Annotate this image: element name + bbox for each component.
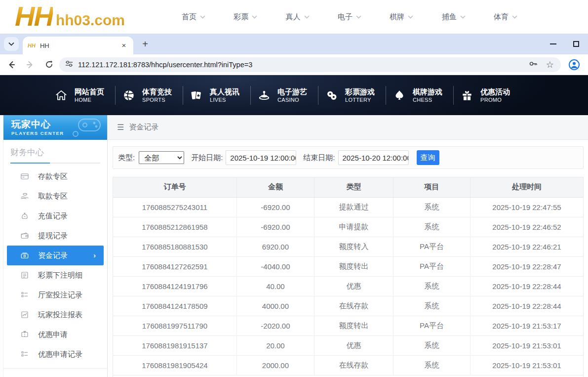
browser-tab[interactable]: HH HH ×	[23, 37, 133, 54]
game-nav-subtitle: SPORTS	[142, 96, 172, 103]
sidebar-item[interactable]: 提现记录 ›	[3, 226, 107, 246]
reload-button[interactable]	[41, 57, 56, 72]
url-text[interactable]: 112.121.172.181:8783/hhcp/usercenter.htm…	[78, 61, 528, 69]
table-row[interactable]: 1760884124178509 4000.00 在线存款 系统 2025-10…	[113, 296, 583, 316]
chevron-right-icon: ›	[93, 251, 96, 259]
chevron-down-icon	[252, 15, 257, 19]
cell-amount: 4000.00	[236, 296, 314, 316]
type-select[interactable]: 全部	[139, 151, 184, 164]
menu-hamburger-icon[interactable]: ☰	[117, 123, 124, 132]
cell-order-id: 1760885275243011	[113, 197, 236, 217]
sidebar-item[interactable]: 取款专区 ›	[3, 186, 107, 206]
game-nav-title: 棋牌游戏	[413, 87, 442, 96]
sidebar-item-label: 提现记录	[38, 231, 68, 241]
table-header-cell: 金额	[236, 177, 314, 197]
game-nav-item[interactable]: 优惠活动 PROMO	[453, 84, 521, 107]
page-body: 玩家中心 PLAYERS CENTER 财务中心 存款专区 ›	[0, 115, 588, 377]
sidebar-item[interactable]: 彩票下注明细 ›	[3, 265, 107, 285]
top-nav-label: 棋牌	[390, 12, 404, 22]
breadcrumb: ☰ 资金记录	[108, 115, 588, 140]
top-nav-label: 电子	[338, 12, 353, 22]
tab-close-icon[interactable]: ×	[119, 41, 128, 50]
game-nav-item[interactable]: 彩票游戏 LOTTERY	[318, 84, 386, 107]
sidebar-item[interactable]: 厅室投注记录 ›	[3, 285, 107, 305]
table-row[interactable]: 1760885212861958 -6920.00 申请提款 系统 2025-1…	[113, 217, 583, 237]
filter-panel: 类型: 全部 开始日期: 结束日期: 查询	[113, 146, 584, 169]
tab-search-button[interactable]	[4, 37, 19, 51]
top-nav-item[interactable]: 首页	[182, 12, 205, 22]
top-nav-label: 首页	[182, 12, 196, 22]
cell-order-id: 1760884127262591	[113, 256, 236, 276]
cell-amount: -2020.00	[236, 316, 314, 335]
game-nav-item[interactable]: ♣ 真人视讯 LIVES	[183, 84, 250, 107]
cell-type: 申请提款	[314, 217, 393, 237]
start-date-label: 开始日期:	[191, 153, 223, 163]
table-row[interactable]: 1760884127262591 -4040.00 额度转出 PA平台 2025…	[113, 256, 583, 276]
cell-order-id: 1760881981915137	[113, 335, 236, 355]
end-date-input[interactable]	[338, 150, 409, 165]
top-nav-item[interactable]: 棋牌	[390, 12, 413, 22]
game-nav-title: 体育竞技	[142, 87, 172, 96]
cell-project: PA平台	[393, 237, 470, 256]
sidebar-item[interactable]: 优惠申请 ›	[3, 325, 107, 344]
cell-amount: -4040.00	[236, 256, 314, 276]
cell-order-id: 1760884124191796	[113, 276, 236, 296]
cell-amount: -6920.00	[236, 217, 314, 237]
cell-datetime: 2025-10-19 22:47:55	[470, 197, 584, 217]
omnibox-actions: ☆	[528, 59, 554, 71]
game-nav-subtitle: LOTTERY	[345, 96, 375, 103]
top-nav-item[interactable]: 捕鱼	[442, 12, 466, 22]
table-row[interactable]: 1760881981905424 2000.00 在线存款 系统 2025-10…	[113, 355, 583, 375]
new-tab-button[interactable]: +	[139, 39, 151, 50]
players-center-header: 玩家中心 PLAYERS CENTER	[3, 115, 107, 140]
game-nav-item[interactable]: 棋牌游戏 CHESS	[386, 84, 453, 107]
game-nav-item[interactable]: 网站首页 HOME	[47, 84, 115, 107]
back-button[interactable]	[4, 57, 19, 72]
top-nav-item[interactable]: 彩票	[234, 12, 257, 22]
chevron-down-icon	[512, 15, 517, 19]
table-row[interactable]: 1760884124191796 40.00 优惠 系统 2025-10-19 …	[113, 276, 583, 296]
table-row[interactable]: 1760885275243011 -6920.00 提款通过 系统 2025-1…	[113, 197, 583, 217]
address-bar[interactable]: 112.121.172.181:8783/hhcp/usercenter.htm…	[59, 57, 561, 72]
section-divider	[10, 163, 100, 164]
forward-button[interactable]	[23, 57, 38, 72]
sidebar-item[interactable]: 资金记录 ›	[7, 246, 104, 265]
table-row[interactable]: 1760881997511790 -2020.00 额度转出 PA平台 2025…	[113, 316, 583, 335]
gamepad-decoration-icon	[72, 116, 103, 140]
cell-project: 系统	[393, 335, 470, 355]
game-nav-item[interactable]: 体育竞技 SPORTS	[115, 84, 183, 107]
sidebar-item[interactable]: 玩家投注报表 ›	[3, 305, 107, 325]
spade-icon	[392, 88, 406, 102]
cards-icon: ♣	[190, 88, 203, 102]
browser-profile-avatar[interactable]	[568, 59, 580, 73]
site-info-icon[interactable]	[65, 60, 73, 70]
table-row[interactable]: 1760885180881530 6920.00 额度转入 PA平台 2025-…	[113, 237, 583, 256]
records-table: 订单号金额类型项目处理时间 1760885275243011 -6920.00 …	[113, 177, 583, 376]
cell-amount: 2000.00	[236, 355, 314, 375]
sidebar-item-label: 取款专区	[38, 192, 68, 201]
chevron-down-icon	[304, 15, 310, 19]
cell-type: 在线存款	[314, 296, 393, 316]
sidebar-item[interactable]: 存款专区 ›	[3, 167, 107, 186]
cell-amount: 40.00	[236, 276, 314, 296]
moneybag-icon	[20, 211, 29, 220]
window-maximize-button[interactable]	[573, 41, 579, 47]
top-nav-item[interactable]: 体育	[494, 12, 517, 22]
game-nav-title: 真人视讯	[210, 87, 239, 96]
top-nav-label: 体育	[494, 12, 509, 22]
window-minimize-button[interactable]	[550, 43, 556, 44]
start-date-input[interactable]	[226, 150, 296, 165]
top-nav-item[interactable]: 电子	[338, 12, 361, 22]
sidebar-item[interactable]: 优惠申请记录 ›	[3, 344, 107, 364]
query-button[interactable]: 查询	[417, 150, 439, 165]
wallet-icon	[20, 231, 29, 240]
top-nav-item[interactable]: 真人	[286, 12, 310, 22]
cell-amount: 6920.00	[236, 237, 314, 256]
password-key-icon[interactable]	[528, 59, 538, 71]
game-nav-item[interactable]: 电子游艺 CASINO	[250, 84, 318, 107]
sidebar-item[interactable]: 充值记录 ›	[3, 206, 107, 226]
table-row[interactable]: 1760881981915137 20.00 优惠 系统 2025-10-19 …	[113, 335, 583, 355]
site-logo[interactable]: HH hh03.com	[15, 1, 125, 32]
cell-datetime: 2025-10-19 21:53:17	[470, 316, 584, 335]
bookmark-star-icon[interactable]: ☆	[546, 60, 554, 69]
